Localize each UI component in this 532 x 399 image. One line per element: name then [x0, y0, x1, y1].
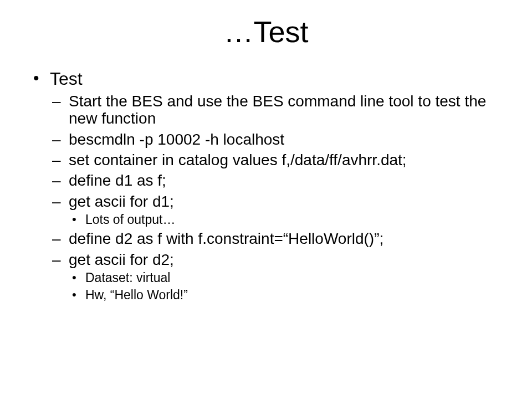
list-item-text: Test [50, 69, 83, 89]
list-item-text: define d2 as f with f.constraint=“HelloW… [69, 230, 383, 247]
list-item-text: bescmdln -p 10002 -h localhost [69, 131, 284, 148]
list-item: get ascii for d1; Lots of output… [50, 193, 502, 227]
list-item: Dataset: virtual [69, 270, 502, 285]
bullet-list-level3: Dataset: virtual Hw, “Hello World!” [69, 270, 502, 302]
list-item: Start the BES and use the BES command li… [50, 93, 502, 127]
list-item-text: Lots of output… [85, 212, 175, 227]
list-item-text: set container in catalog values f,/data/… [69, 151, 407, 168]
list-item: Test Start the BES and use the BES comma… [30, 69, 502, 302]
bullet-list-level1: Test Start the BES and use the BES comma… [30, 69, 502, 302]
list-item-text: Dataset: virtual [85, 270, 170, 285]
list-item: define d1 as f; [50, 172, 502, 189]
slide-title: …Test [0, 0, 532, 49]
list-item-text: get ascii for d2; [69, 251, 174, 268]
list-item: set container in catalog values f,/data/… [50, 151, 502, 168]
list-item: Hw, “Hello World!” [69, 288, 502, 302]
list-item-text: define d1 as f; [69, 172, 166, 189]
bullet-list-level3: Lots of output… [69, 212, 502, 227]
list-item: define d2 as f with f.constraint=“HelloW… [50, 230, 502, 247]
list-item: Lots of output… [69, 212, 502, 227]
list-item: get ascii for d2; Dataset: virtual Hw, “… [50, 251, 502, 302]
list-item-text: Hw, “Hello World!” [85, 288, 188, 302]
slide-body: Test Start the BES and use the BES comma… [30, 69, 502, 306]
list-item: bescmdln -p 10002 -h localhost [50, 131, 502, 148]
bullet-list-level2: Start the BES and use the BES command li… [50, 93, 502, 302]
list-item-text: get ascii for d1; [69, 193, 174, 210]
list-item-text: Start the BES and use the BES command li… [69, 93, 486, 127]
slide: …Test Test Start the BES and use the BES… [0, 0, 532, 399]
